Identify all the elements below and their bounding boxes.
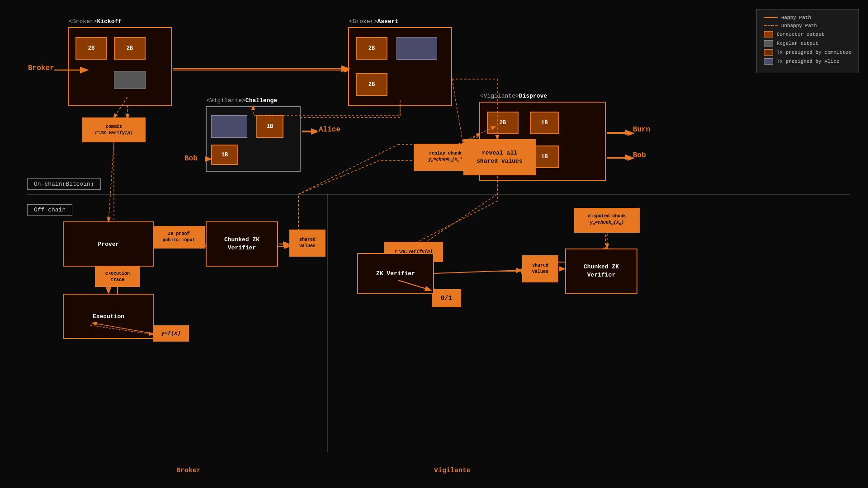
replay-chunk-text: replay chunkyn=chunkn(xn) [428,150,462,164]
legend-regular: Regular output [764,40,851,47]
shared-values-1-text: sharedvalues [299,237,316,249]
kickoff-title: <Broker>Kickoff [69,18,122,25]
disprove-prefix: <Vigilante> [480,93,519,99]
disputed-chunk-label: disputed chunkyn=chunkn(xn) [574,208,640,233]
chunked-zk-1-node: Chunked ZKVerifier [206,221,278,267]
assert-box-1: 2B [356,37,387,60]
legend-regular-label: Regular output [777,41,818,46]
kickoff-box-1: 2B [75,37,107,60]
legend-alice: Tx presigned by Alice [764,58,851,65]
bob-disprove-label: Bob [633,151,646,160]
legend-alice-box [764,58,773,65]
legend-happy-label: Happy Path [781,15,811,20]
assert-title: <Broker>Assert [349,18,398,25]
offchain-label: Off-chain [27,204,72,216]
bob-actor-label: Bob [184,155,198,163]
commit-label: commitr=ZK.Verify(p) [82,117,146,142]
kickoff-box-2: 2B [114,37,146,60]
chunked-zk-2-text: Chunked ZKVerifier [584,263,619,279]
commit-text: commitr=ZK.Verify(p) [95,124,133,136]
alice-actor-label: Alice [319,126,340,134]
zk-proof-text: ZK proofpublic input [162,231,195,244]
kickoff-box-3 [114,71,146,89]
disprove-title: <Vigilante>Disprove [480,93,547,99]
y-fx-label: y=f(x) [153,325,189,342]
disprove-box-1: 2B [487,112,519,134]
kickoff-container: <Broker>Kickoff 2B 2B [68,27,172,106]
reveal-all-text: reveal allshared values [476,149,522,165]
legend-connector-label: Connector output [777,32,825,37]
prover-node: Prover [63,221,154,267]
challenge-box-3: 1B [211,145,238,165]
y-fx-text: y=f(x) [161,330,180,337]
legend-committee-label: Tx presigned by committee [777,50,851,55]
challenge-box-2: 1B [256,115,283,138]
shared-values-2-label: sharedvalues [522,255,558,282]
legend-unhappy-path: Unhappy Path [764,23,851,28]
vigilante-section-label: Vigilante [434,467,471,474]
onchain-label: On-chain(Bitcoin) [27,178,101,190]
execution-trace-text: executiontrace [105,271,130,283]
legend-happy-line [764,17,778,18]
challenge-container: <Vigilante>Challenge 1B 1B [206,106,301,172]
legend-alice-label: Tx presigned by Alice [777,59,840,64]
legend-committee-box [764,49,773,56]
challenge-box-1 [211,115,247,138]
disputed-chunk-text: disputed chunkyn=chunkn(xn) [588,213,626,227]
zero-one-label: 0/1 [432,289,461,307]
legend-committee: Tx presigned by committee [764,49,851,56]
assert-box-2 [396,37,437,60]
assert-container: <Broker>Assert 2B 2B [348,27,452,106]
kickoff-prefix: <Broker> [69,18,97,25]
legend-happy-path: Happy Path [764,15,851,20]
legend-connector: Connector output [764,31,851,38]
svg-line-42 [434,270,521,273]
execution-node: Execution [63,294,154,339]
legend-connector-box [764,31,773,38]
assert-box-3: 2B [356,73,387,96]
legend: Happy Path Unhappy Path Connector output… [756,9,859,73]
execution-trace-label: executiontrace [95,267,140,287]
kickoff-main: Kickoff [97,18,122,25]
replay-chunk-label: replay chunkyn=chunkn(xn) [414,144,477,171]
burn-actor-label: Burn [633,126,650,134]
zk-verifier-node: ZK Verifier [357,253,434,294]
challenge-prefix: <Vigilante> [207,97,245,104]
shared-values-1-label: sharedvalues [289,230,326,257]
svg-line-20 [298,145,398,194]
legend-regular-box [764,40,773,47]
disprove-box-2: 1B [530,112,559,134]
challenge-title: <Vigilante>Challenge [207,97,277,104]
diagram-container: Happy Path Unhappy Path Connector output… [0,0,868,488]
challenge-main: Challenge [245,97,277,104]
legend-unhappy-label: Unhappy Path [781,23,817,28]
chunked-zk-1-text: Chunked ZKVerifier [224,236,259,252]
zero-one-text: 0/1 [441,295,452,302]
broker-section-label: Broker [176,467,201,474]
broker-actor-label: Broker [28,64,54,72]
chunked-zk-2-node: Chunked ZKVerifier [565,249,637,294]
shared-values-2-text: sharedvalues [532,263,548,275]
zk-proof-label: ZK proofpublic input [153,226,205,249]
legend-unhappy-line [764,25,778,26]
disprove-main: Disprove [519,93,547,99]
assert-prefix: <Broker> [349,18,377,25]
assert-main: Assert [377,18,398,25]
